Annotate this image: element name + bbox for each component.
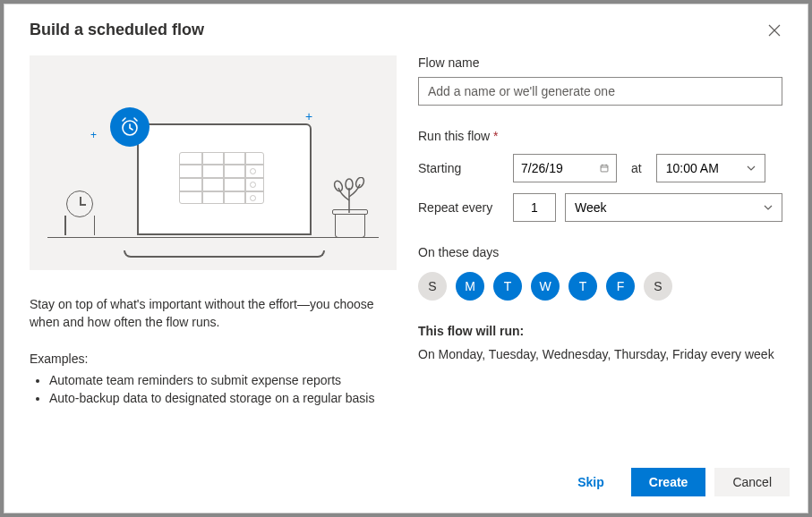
cancel-button[interactable]: Cancel [714, 468, 790, 496]
summary-section: This flow will run: On Monday, Tuesday, … [418, 324, 782, 361]
example-item: Auto-backup data to designated storage o… [49, 389, 397, 407]
examples-list: Automate team reminders to submit expens… [30, 371, 397, 408]
repeat-unit-picker[interactable]: Week [565, 193, 782, 222]
day-chip-0[interactable]: S [418, 272, 447, 301]
flow-name-label: Flow name [418, 55, 782, 70]
start-date-value: 7/26/19 [521, 161, 563, 175]
summary-text: On Monday, Tuesday, Wednesday, Thursday,… [418, 347, 782, 361]
illustration: + + ✦ [30, 55, 397, 270]
day-chip-6[interactable]: S [644, 272, 672, 301]
repeat-count-input[interactable] [513, 193, 556, 222]
summary-label: This flow will run: [418, 324, 782, 338]
days-section: On these days SMTWTFS [418, 245, 782, 301]
plant-illustration [330, 182, 368, 238]
create-button[interactable]: Create [631, 468, 706, 496]
repeat-row: Repeat every Week [418, 193, 782, 222]
calendar-icon [600, 164, 609, 173]
chevron-down-icon [747, 164, 756, 173]
close-button[interactable] [766, 22, 782, 38]
run-this-flow-section: Run this flow * Starting 7/26/19 at 10:0… [418, 129, 782, 222]
starting-row: Starting 7/26/19 at 10:00 AM [418, 154, 782, 182]
description-text: Stay on top of what's important without … [30, 295, 397, 332]
modal-title: Build a scheduled flow [30, 21, 204, 39]
svg-point-2 [355, 177, 365, 189]
flow-name-input[interactable] [418, 77, 782, 106]
flow-name-section: Flow name [418, 55, 782, 106]
starting-label: Starting [418, 161, 504, 175]
required-asterisk: * [493, 129, 498, 143]
modal-header: Build a scheduled flow [4, 4, 808, 48]
alarm-clock-icon [110, 107, 150, 147]
wall-clock-illustration [62, 191, 98, 238]
right-column: Flow name Run this flow * Starting 7/26/… [418, 55, 782, 455]
chevron-down-icon [764, 203, 773, 212]
repeat-label: Repeat every [418, 200, 504, 215]
run-this-flow-label: Run this flow * [418, 129, 782, 143]
svg-rect-4 [601, 165, 608, 172]
example-item: Automate team reminders to submit expens… [49, 371, 397, 389]
days-row: SMTWTFS [418, 272, 782, 301]
examples-label: Examples: [30, 352, 397, 366]
scheduled-flow-modal: Build a scheduled flow + + ✦ [4, 4, 808, 513]
svg-point-1 [333, 180, 344, 192]
start-time-value: 10:00 AM [666, 161, 719, 175]
skip-button[interactable]: Skip [560, 468, 622, 496]
repeat-unit-value: Week [575, 200, 607, 215]
modal-footer: Skip Create Cancel [4, 455, 808, 513]
close-icon [768, 24, 781, 37]
days-label: On these days [418, 245, 782, 259]
day-chip-5[interactable]: F [606, 272, 635, 301]
at-label: at [631, 161, 642, 175]
day-chip-3[interactable]: W [531, 272, 560, 301]
start-date-picker[interactable]: 7/26/19 [513, 154, 617, 182]
day-chip-1[interactable]: M [456, 272, 484, 301]
left-column: + + ✦ [30, 55, 397, 455]
modal-body: + + ✦ [4, 48, 808, 455]
start-time-picker[interactable]: 10:00 AM [656, 154, 765, 182]
day-chip-2[interactable]: T [493, 272, 522, 301]
day-chip-4[interactable]: T [568, 272, 597, 301]
